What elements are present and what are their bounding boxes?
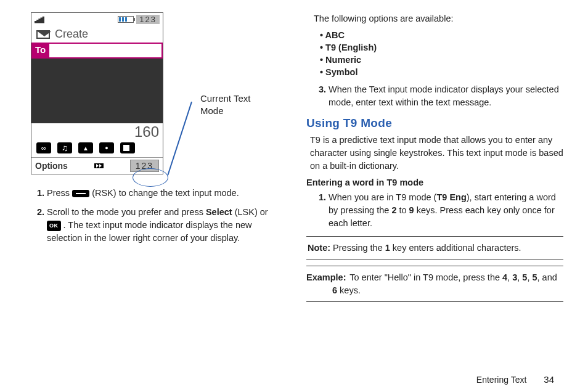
char-counter: 160 [31,123,163,141]
media-toolbar [31,141,163,157]
left-step-list: Press (RSK) to change the text input mod… [25,187,282,245]
option-t9: T9 (English) [320,43,563,52]
screen-title: Create [55,28,88,41]
callout-label: Current Text Mode [200,92,250,118]
step-3: When the Text input mode indicator displ… [329,83,563,109]
option-abc: ABC [320,30,563,40]
footer-page-number: 34 [544,374,554,385]
softkey-left[interactable]: Options [35,161,68,171]
screen-title-bar: Create [31,26,163,43]
t9-paragraph: T9 is a predictive text input mode that … [310,134,563,173]
battery-icon [118,16,134,23]
input-mode-options: ABC T9 (English) Numeric Symbol [306,30,563,77]
camera-icon[interactable] [99,142,114,153]
footer-section: Entering Text [476,375,526,385]
step-2: Scroll to the mode you prefer and press … [47,206,282,245]
section-heading: Using T9 Mode [306,116,563,130]
softkey-right[interactable]: 123 [130,160,159,172]
record-icon[interactable] [36,142,51,153]
note-box: Note: Pressing the 1 key enters addition… [306,236,563,259]
example-box: Example: To enter "Hello" in T9 mode, pr… [306,266,563,302]
to-input[interactable] [49,43,163,59]
t9-subheading: Entering a word in T9 mode [306,178,563,187]
image-icon[interactable] [78,142,93,153]
callout-leader-line [167,102,192,175]
signal-icon [35,16,44,23]
right-step-list: When the Text input mode indicator displ… [306,83,563,109]
page-footer: Entering Text 34 [476,374,554,385]
options-intro: The following options are available: [306,12,563,25]
text-mode-indicator-top: 123 [136,15,160,24]
option-symbol: Symbol [320,67,563,77]
mail-icon [36,30,50,39]
rsk-key-icon [72,190,89,197]
option-numeric: Numeric [320,55,563,65]
t9-step-list: When you are in T9 mode (T9 Eng), start … [306,191,563,230]
softkey-center[interactable] [94,163,104,168]
status-bar: 123 [31,13,163,26]
t9-step-1: When you are in T9 mode (T9 Eng), start … [329,191,563,230]
music-icon[interactable] [57,142,72,153]
video-icon[interactable] [120,142,135,153]
step-1: Press (RSK) to change the text input mod… [47,187,282,200]
ok-key-icon: OK [47,221,61,231]
phone-mock: 123 Create To 160 [31,12,163,174]
message-body-input[interactable] [31,59,163,123]
to-label: To [31,43,49,59]
